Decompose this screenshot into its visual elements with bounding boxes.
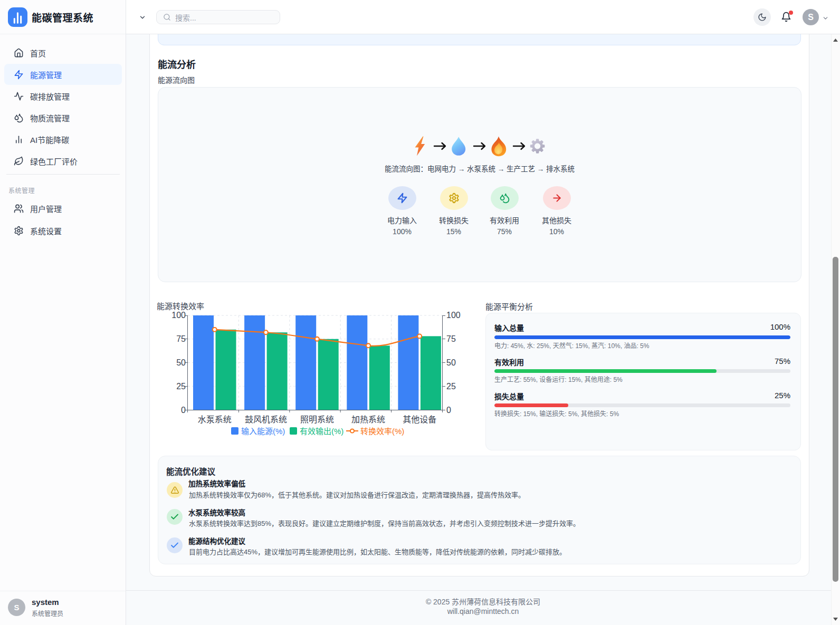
svg-text:其他设备: 其他设备 [403, 415, 436, 424]
svg-text:0: 0 [181, 406, 186, 415]
svg-text:75: 75 [446, 334, 456, 343]
svg-text:加热系统: 加热系统 [351, 415, 385, 424]
svg-text:50: 50 [446, 358, 456, 367]
svg-text:鼓风机系统: 鼓风机系统 [245, 415, 287, 424]
svg-text:0: 0 [446, 406, 451, 415]
svg-text:100: 100 [446, 311, 461, 320]
svg-text:输入能源(%): 输入能源(%) [241, 427, 285, 436]
svg-text:75: 75 [176, 334, 186, 343]
svg-text:25: 25 [176, 382, 186, 391]
svg-text:有效输出(%): 有效输出(%) [300, 427, 343, 436]
svg-text:转换效率(%): 转换效率(%) [360, 427, 404, 436]
svg-text:照明系统: 照明系统 [300, 415, 334, 424]
svg-text:100: 100 [171, 311, 186, 320]
svg-text:25: 25 [446, 382, 456, 391]
svg-text:水泵系统: 水泵系统 [198, 415, 232, 424]
svg-text:50: 50 [176, 358, 186, 367]
